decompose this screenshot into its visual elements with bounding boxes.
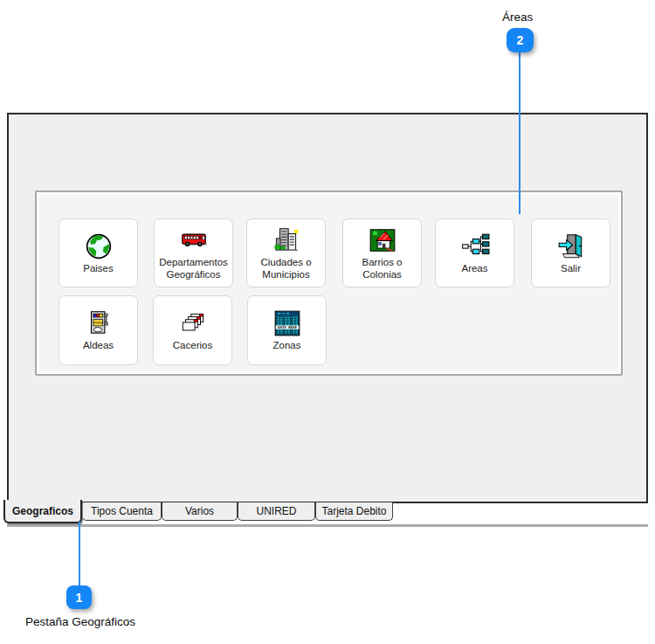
callout-2-line	[519, 51, 521, 214]
button-label: Departamentos Geográficos	[155, 257, 232, 280]
exit-door-icon	[556, 232, 586, 261]
bus-icon	[179, 225, 209, 255]
callout-1-line	[79, 522, 80, 588]
toolbar-button-barrios[interactable]: Barrios o Colonias	[342, 218, 422, 287]
toolbar-button-salir[interactable]: Salir	[531, 218, 610, 287]
toolbar-button-areas[interactable]: Areas	[435, 218, 514, 287]
button-label: Ciudades o Municipios	[247, 257, 325, 280]
city-buildings-icon	[272, 225, 301, 255]
toolbar-button-aldeas[interactable]: Aldeas	[59, 295, 138, 365]
button-label: Aldeas	[81, 340, 115, 352]
toolbar-button-departamentos[interactable]: Departamentos Geográficos	[154, 218, 233, 287]
tab-tarjeta-debito[interactable]: Tarjeta Debito	[315, 502, 393, 521]
tab-unired[interactable]: UNIRED	[238, 502, 315, 521]
kiosk-machine-icon	[84, 308, 114, 338]
button-label: Areas	[459, 263, 489, 275]
database-icon-text: DATA BASE	[278, 325, 297, 329]
toolbar-button-zonas[interactable]: DATA BASE Zonas	[247, 295, 327, 365]
button-label: Cacerios	[171, 340, 214, 352]
button-label: Zonas	[272, 340, 303, 352]
window-bottom-edge	[7, 524, 648, 527]
tab-varios[interactable]: Varios	[162, 502, 238, 521]
tab-geograficos[interactable]: Geograficos	[3, 500, 82, 523]
stacked-cards-icon	[178, 308, 208, 338]
toolbar-button-paises[interactable]: Paises	[59, 218, 138, 287]
callout-2-badge: 2	[507, 28, 534, 52]
button-label: Salir	[559, 263, 583, 275]
button-label: Barrios o Colonias	[343, 257, 421, 280]
database-icon: DATA BASE	[272, 308, 302, 338]
tab-tipos-cuenta[interactable]: Tipos Cuenta	[82, 502, 162, 521]
toolbar-button-cacerios[interactable]: Cacerios	[153, 295, 232, 365]
org-chart-icon	[460, 232, 490, 261]
button-label: Paises	[81, 263, 115, 275]
toolbar-button-ciudades[interactable]: Ciudades o Municipios	[246, 218, 326, 287]
callout-2-label: Áreas	[502, 10, 533, 24]
callout-1-label: Pestaña Geográficos	[25, 615, 135, 628]
globe-icon	[84, 232, 114, 261]
house-icon	[368, 225, 397, 255]
callout-1-badge: 1	[66, 585, 92, 609]
